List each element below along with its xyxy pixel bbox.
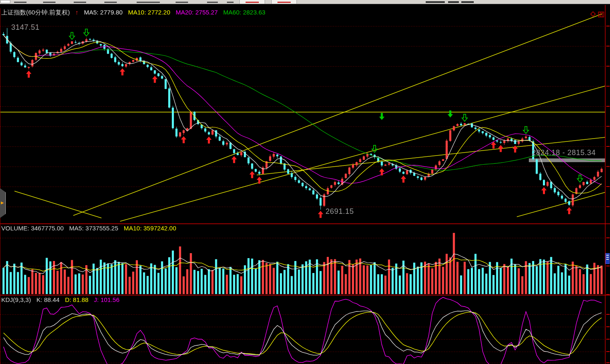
gap-range-label: 2824.18 - 2815.34 (532, 149, 596, 156)
chart-corner-tools (590, 11, 605, 18)
right-edge-badge[interactable] (605, 253, 610, 264)
chart-canvas[interactable] (0, 0, 610, 364)
menu-stub (448, 1, 459, 3)
period-high-label: 3147.51 (11, 24, 40, 31)
diamond-icon[interactable] (590, 11, 596, 17)
vol-ma10-value: MA10: 3597242.00 (124, 225, 176, 232)
menu-stub (176, 2, 188, 3)
menu-stub (137, 2, 160, 3)
kdj-d-value: D: 81.88 (65, 296, 89, 303)
vol-ma5-value: MA5: 3737555.25 (69, 225, 118, 232)
top-menubar[interactable] (0, 0, 610, 4)
menu-stub (207, 2, 218, 3)
menu-stub (14, 2, 27, 3)
ma10-value: MA10: 2772.20 (128, 9, 170, 16)
kdj-label: KDJ(9,3,3) (1, 296, 31, 303)
order-button[interactable] (239, 0, 265, 4)
volume-value: VOLUME: 3467775.00 (1, 225, 64, 232)
menu-stub (43, 2, 55, 3)
sidebar-expander-tab[interactable]: ▶ (0, 188, 6, 218)
main-chart-header: 上证指数(60分钟.前复权) ↑ MA5: 2779.80 MA10: 2772… (1, 9, 269, 15)
menu-stub (426, 1, 445, 3)
trade-button[interactable] (271, 0, 297, 4)
trading-app-window: { "toolbar": {"note": "menu bar mostly c… (0, 0, 610, 364)
menu-stub (227, 2, 234, 3)
ma20-value: MA20: 2755.27 (176, 9, 218, 16)
multi-window-icon[interactable] (598, 11, 605, 18)
chart-title: 上证指数(60分钟.前复权) (1, 9, 70, 16)
expander-arrow-icon: ▶ (1, 201, 4, 205)
menu-stub (461, 1, 474, 3)
kdj-k-value: K: 88.44 (36, 296, 60, 303)
menu-stub (104, 2, 117, 3)
kdj-j-value: J: 101.56 (94, 296, 120, 303)
ma5-value: MA5: 2779.80 (84, 9, 123, 16)
up-arrow-icon: ↑ (75, 9, 79, 16)
period-low-label: 2691.15 (325, 208, 354, 215)
volume-header: VOLUME: 3467775.00 MA5: 3737555.25 MA10:… (1, 225, 180, 231)
menubar-logo (0, 0, 10, 3)
menu-stub (74, 2, 86, 3)
kdj-header: KDJ(9,3,3) K: 88.44 D: 81.88 J: 101.56 (1, 297, 123, 303)
ma60-value: MA60: 2823.63 (223, 9, 265, 16)
